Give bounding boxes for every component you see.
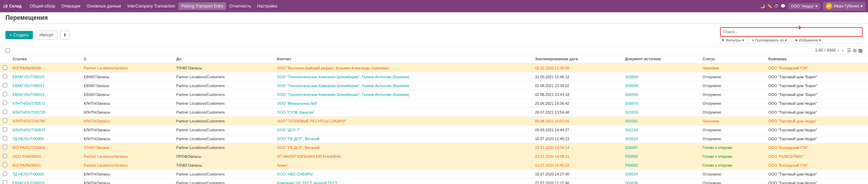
row-ref[interactable]: КЛНТН/OUT/00785 xyxy=(10,117,81,126)
row-contact[interactable]: ООО "ТЕПЛОВЫЕ РЕСУРСЫ СИБИРИ" xyxy=(274,117,532,126)
brand-logo[interactable]: 🏭 Склад xyxy=(3,4,22,9)
row-checkbox[interactable] xyxy=(0,134,10,143)
row-checkbox[interactable] xyxy=(0,126,10,134)
row-doc[interactable]: S00970 xyxy=(622,99,700,108)
row-checkbox[interactable] xyxy=(0,143,10,152)
row-from[interactable]: Partner Locations/Vendors xyxy=(81,63,174,72)
row-date[interactable]: 05.10.2020 11:30:55 xyxy=(532,63,623,72)
row-doc[interactable]: S01194 xyxy=(622,126,700,134)
col-company[interactable]: Компания xyxy=(766,55,868,63)
row-ref[interactable]: КЛНТН/OUT/00728 xyxy=(10,108,81,117)
row-contact[interactable]: ООО "ДСУ-7" xyxy=(274,126,532,134)
row-contact[interactable]: ООО "ПК ДСУ", Виталий xyxy=(274,143,532,152)
row-ref[interactable]: ТД НЕ/OUT/00005 xyxy=(10,134,81,143)
row-checkbox[interactable] xyxy=(0,63,10,72)
row-checkbox[interactable] xyxy=(0,99,10,108)
download-button[interactable]: ⬇ xyxy=(60,31,70,39)
row-ref[interactable]: ТД НЕ/OUT/00006 xyxy=(10,170,81,179)
row-date[interactable]: 23.07.2020 14:08:11 xyxy=(532,152,623,161)
row-company[interactable]: ООО "РЕМСЕРВИС" xyxy=(766,152,868,161)
row-company[interactable]: ООО "Боградский ГОК" xyxy=(766,143,868,152)
row-company[interactable]: ООО "Торговый дом Недра" xyxy=(766,117,868,126)
user-menu[interactable]: ИГ Иван Губенко ▾ xyxy=(823,2,865,11)
menu-item-reporting[interactable]: Отчетность xyxy=(227,2,254,10)
row-date[interactable]: 13.07.2020 16:45:22 xyxy=(532,161,623,170)
row-from[interactable]: КЛНТН/Запасы xyxy=(81,117,174,126)
row-from[interactable]: ТЛЧБГ/Запасы xyxy=(81,143,174,152)
row-contact[interactable]: ООО "СУЭК-Хакасия" xyxy=(274,108,532,117)
clock-icon[interactable]: ⏱ xyxy=(774,4,778,9)
row-checkbox[interactable] xyxy=(0,161,10,170)
row-company[interactable]: ООО "Боградский ГОК" xyxy=(766,63,868,72)
row-checkbox[interactable] xyxy=(0,179,10,184)
row-checkbox[interactable] xyxy=(0,170,10,179)
row-checkbox[interactable] xyxy=(0,108,10,117)
row-doc[interactable]: S00024 xyxy=(622,170,700,179)
row-contact[interactable]: Армет xyxy=(274,161,532,170)
row-doc[interactable]: S00387 xyxy=(622,143,700,152)
row-ref[interactable]: БОГРА/IN/00008 xyxy=(10,63,81,72)
row-contact[interactable]: ООО "Мехколонна №8" xyxy=(274,99,532,108)
row-contact[interactable]: ООО "Технологическая Компания Шлюмберже"… xyxy=(274,72,532,81)
row-contact[interactable]: ООО "НБС-СИБИРЬ" xyxy=(274,170,532,179)
prev-page-button[interactable]: ‹ xyxy=(837,48,840,53)
row-ref[interactable]: КЛНТН/OUT/00571 xyxy=(10,99,81,108)
row-ref[interactable]: ЕВХКГ/OUT/00016 xyxy=(10,179,81,184)
row-ref[interactable]: КЛНТН/OUT/00947 xyxy=(10,126,81,134)
row-ref[interactable]: БОГРА/OUT/00003 xyxy=(10,143,81,152)
row-checkbox[interactable] xyxy=(0,90,10,99)
moon-icon[interactable]: 🌙 xyxy=(760,4,765,9)
col-contact[interactable]: Контакт xyxy=(274,55,532,63)
row-doc[interactable]: S00023 xyxy=(622,134,700,143)
group-by-button[interactable]: ≡ Группировать по ▾ xyxy=(752,38,787,43)
row-checkbox[interactable] xyxy=(0,152,10,161)
row-from[interactable]: Partner Locations/Vendors xyxy=(81,161,174,170)
kanban-view-button[interactable]: ⊞ xyxy=(853,48,857,53)
row-company[interactable]: ООО "Боградский ГОК" xyxy=(766,161,868,170)
row-doc[interactable]: S00599 xyxy=(622,81,700,90)
row-ref[interactable]: ЕВХКГ/OUT/00015 xyxy=(10,72,81,81)
search-input[interactable] xyxy=(721,29,861,35)
row-ref[interactable]: БОГРА/IN/00001 xyxy=(10,161,81,170)
filters-button[interactable]: ▼ Фильтры ▾ xyxy=(721,38,744,43)
row-contact[interactable]: ООО "ПК ДСУ", Виталий xyxy=(274,134,532,143)
row-ref[interactable]: ООО Р/IN/00001 xyxy=(10,152,81,161)
next-page-button[interactable]: › xyxy=(841,48,844,53)
col-status[interactable]: Статус xyxy=(700,55,766,63)
row-doc[interactable]: S00599 xyxy=(622,90,700,99)
company-selector[interactable]: ООО "Недра" ▾ xyxy=(788,3,820,10)
chat-icon[interactable]: 💬 xyxy=(780,4,786,9)
import-button[interactable]: Импорт xyxy=(36,31,57,39)
menu-item-settings[interactable]: Настройка xyxy=(254,2,280,10)
row-ref[interactable]: ЕВХКГ/OUT/00017 xyxy=(10,81,81,90)
row-date[interactable]: 18.12.2020 14:34:14 xyxy=(532,143,623,152)
row-contact[interactable]: ООО "Восточно-Бейский разрез", Кузьмин А… xyxy=(274,63,532,72)
row-doc[interactable]: S01061 xyxy=(622,117,700,126)
row-contact[interactable]: ООО "Технологическая Компания Шлюмберже"… xyxy=(274,90,532,99)
menu-item-picking-transport[interactable]: Picking Transport Entry xyxy=(178,2,226,10)
row-checkbox[interactable] xyxy=(0,117,10,126)
edit-icon[interactable]: ✏️ xyxy=(767,4,772,9)
menu-item-master-data[interactable]: Основные данные xyxy=(84,2,124,10)
row-from[interactable]: Partner Locations/Vendors xyxy=(81,152,174,161)
favorites-button[interactable]: ★ Избранное ▾ xyxy=(795,38,821,43)
row-doc[interactable]: S00036 xyxy=(622,179,700,184)
list-view-button[interactable]: ☰ xyxy=(847,48,851,53)
menu-item-intercompany[interactable]: InterCompany Transaction xyxy=(125,2,178,10)
grid-view-button[interactable]: ▦ xyxy=(858,48,863,53)
col-doc[interactable]: Документ-источник xyxy=(622,55,700,63)
col-date[interactable]: Запланированная дата xyxy=(532,55,623,63)
row-doc[interactable]: P00002 xyxy=(622,161,700,170)
col-ref[interactable]: Ссылка xyxy=(10,55,81,63)
menu-item-overview[interactable]: Общий обзор xyxy=(27,2,58,10)
row-checkbox[interactable] xyxy=(0,72,10,81)
row-doc[interactable]: S01053 xyxy=(622,108,700,117)
row-contact[interactable]: ИП МАУЕР ЕВГЕНИЯ ЕВГЕНЬЕВНА xyxy=(274,152,532,161)
row-date[interactable]: 05.08.2021 16:53:05 xyxy=(532,117,623,126)
row-doc[interactable]: S00599 xyxy=(622,72,700,81)
col-from[interactable]: С xyxy=(81,55,174,63)
row-ref[interactable]: ЕВХКГ/OUT/00019 xyxy=(10,90,81,99)
row-contact[interactable]: ООО "Технологическая Компания Шлюмберже"… xyxy=(274,81,532,90)
row-contact[interactable]: Компания 101 ТЕСТ, Андрей ТЕСТ xyxy=(274,179,532,184)
row-checkbox[interactable] xyxy=(0,81,10,90)
